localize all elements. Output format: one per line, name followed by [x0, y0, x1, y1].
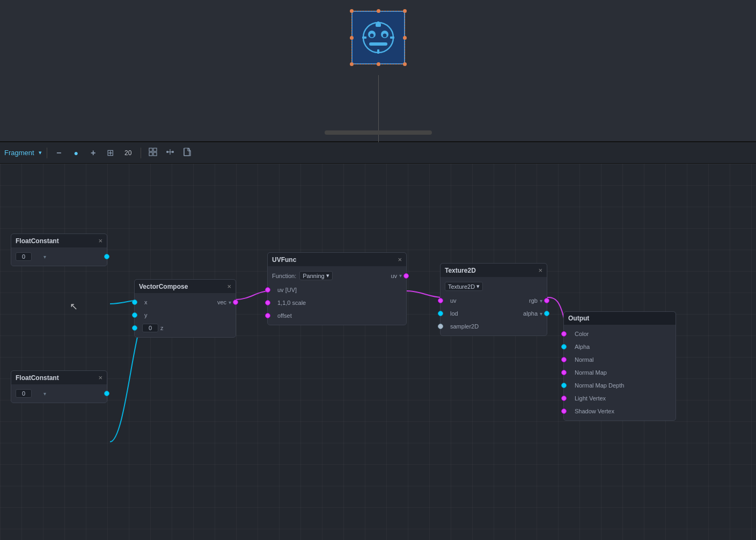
svg-point-3: [370, 34, 373, 38]
output-shadow-vertex-port[interactable]: [561, 408, 567, 414]
svg-rect-13: [149, 152, 152, 156]
svg-point-16: [172, 151, 174, 153]
zoom-in-button[interactable]: +: [86, 146, 100, 160]
vc-output-group: vec ▾: [217, 299, 231, 305]
float-constant-2-close[interactable]: ×: [98, 374, 102, 382]
vector-compose-close[interactable]: ×: [227, 282, 231, 290]
shader-toolbar: Fragment ▾ − ● + ⊞ 20: [0, 142, 756, 164]
info-button[interactable]: ●: [69, 146, 83, 160]
connection-button[interactable]: [163, 146, 177, 160]
zoom-out-button[interactable]: −: [52, 146, 66, 160]
texture2d-lod-label: lod: [445, 310, 458, 317]
uvfunc-offset-row: offset: [268, 310, 406, 322]
float-constant-2-header[interactable]: FloatConstant ×: [11, 371, 107, 384]
output-color-port[interactable]: [561, 331, 567, 337]
texture2d-sampler-row: sampler2D: [441, 320, 547, 332]
texture2d-uv-input-port[interactable]: [438, 298, 443, 303]
uvfunc-offset-input-port[interactable]: [265, 313, 270, 318]
fc1-output-port[interactable]: [104, 254, 109, 259]
fc2-dropdown-icon[interactable]: ▾: [43, 391, 46, 397]
uvfunc-output-port[interactable]: [403, 273, 409, 279]
t2d-rgb-dropdown[interactable]: ▾: [540, 298, 542, 304]
uvfunc-output-dropdown[interactable]: ▾: [399, 273, 402, 279]
shader-type-label: Fragment: [4, 149, 34, 157]
float-constant-1-value[interactable]: 0: [16, 252, 32, 261]
output-normal-map-depth-port[interactable]: [561, 383, 567, 388]
texture2d-lod-input-port[interactable]: [438, 311, 443, 316]
output-node: Output Color Alpha Normal Normal Map: [563, 311, 676, 421]
float-constant-1-close[interactable]: ×: [98, 237, 102, 245]
output-title: Output: [568, 315, 589, 322]
texture2d-body: Texture2D ▾ uv rgb ▾ lod alpha: [441, 277, 547, 335]
uvfunc-scale-row: 1,1,0 scale: [268, 297, 406, 309]
godot-logo-svg: [359, 19, 397, 56]
float-constant-1-header[interactable]: FloatConstant ×: [11, 234, 107, 247]
handle-br[interactable]: [403, 62, 407, 66]
svg-rect-10: [390, 37, 394, 39]
uvfunc-uv-input-port[interactable]: [265, 287, 270, 293]
handle-tl[interactable]: [350, 9, 354, 13]
godot-icon-container[interactable]: [351, 11, 405, 64]
texture2d-sampler-label: sampler2D: [445, 323, 479, 330]
vector-compose-body: x vec ▾ y 0 z: [135, 293, 236, 337]
t2d-alpha-dropdown[interactable]: ▾: [540, 311, 542, 317]
save-button[interactable]: [180, 146, 194, 160]
horizontal-scrollbar[interactable]: [325, 130, 432, 135]
texture2d-type-dropdown[interactable]: Texture2D ▾: [445, 282, 483, 291]
vc-y-input-port[interactable]: [132, 312, 137, 318]
output-alpha-port[interactable]: [561, 344, 567, 349]
output-header[interactable]: Output: [564, 312, 676, 325]
texture2d-node: Texture2D × Texture2D ▾ uv rgb ▾: [440, 263, 547, 336]
texture2d-close[interactable]: ×: [538, 266, 542, 274]
vc-x-input-port[interactable]: [132, 300, 137, 305]
texture2d-sampler-input-port[interactable]: [438, 324, 443, 329]
uvfunc-function-row: Function: Panning ▾ uv ▾: [268, 269, 406, 282]
float-constant-1-body: 0 ▾: [11, 247, 107, 266]
texture2d-header[interactable]: Texture2D ×: [441, 264, 547, 277]
uvfunc-header[interactable]: UVFunc ×: [268, 253, 406, 266]
handle-tr[interactable]: [403, 9, 407, 13]
vc-z-input-port[interactable]: [132, 325, 137, 331]
vc-z-value[interactable]: 0: [142, 324, 158, 332]
plus-icon: +: [91, 148, 96, 158]
vc-output-port[interactable]: [233, 300, 238, 305]
uvfunc-title: UVFunc: [272, 256, 296, 264]
float-constant-2-row: 0 ▾: [11, 388, 107, 399]
handle-ml[interactable]: [350, 36, 354, 40]
handle-mr[interactable]: [403, 36, 407, 40]
grid-button[interactable]: [146, 146, 160, 160]
output-light-vertex-port[interactable]: [561, 396, 567, 401]
arrange-button[interactable]: ⊞: [104, 146, 118, 160]
svg-rect-8: [377, 49, 379, 54]
fc2-output-port[interactable]: [104, 391, 109, 396]
handle-bm[interactable]: [377, 62, 380, 66]
vc-x-row: x vec ▾: [135, 296, 236, 308]
output-alpha-row: Alpha: [564, 341, 676, 353]
texture2d-rgb-output-port[interactable]: [544, 298, 549, 303]
vc-dropdown-icon[interactable]: ▾: [229, 300, 231, 305]
float-constant-2-value[interactable]: 0: [16, 389, 32, 398]
output-alpha-label: Alpha: [568, 344, 590, 350]
uvfunc-scale-input-port[interactable]: [265, 300, 270, 305]
svg-point-4: [383, 34, 386, 38]
float-constant-2-title: FloatConstant: [16, 374, 59, 382]
arrange-icon: ⊞: [107, 148, 114, 158]
output-normal-port[interactable]: [561, 357, 567, 362]
fc1-dropdown-icon[interactable]: ▾: [43, 254, 46, 260]
float-constant-2-body: 0 ▾: [11, 384, 107, 403]
svg-rect-12: [153, 148, 157, 151]
uvfunc-uv-label: uv [UV]: [272, 287, 297, 293]
handle-tm[interactable]: [377, 9, 380, 13]
texture2d-alpha-output-port[interactable]: [544, 311, 549, 316]
shader-type-dropdown-arrow[interactable]: ▾: [39, 149, 42, 156]
output-color-label: Color: [568, 331, 589, 337]
uvfunc-scale-label: 1,1,0 scale: [272, 300, 306, 306]
node-editor-canvas[interactable]: FloatConstant × 0 ▾ FloatConstant × 0 ▾: [0, 164, 756, 540]
vector-compose-header[interactable]: VectorCompose ×: [135, 280, 236, 293]
svg-rect-11: [149, 148, 152, 151]
output-light-vertex-label: Light Vertex: [568, 395, 606, 402]
output-normal-map-port[interactable]: [561, 370, 567, 375]
uvfunc-close[interactable]: ×: [398, 256, 402, 264]
handle-bl[interactable]: [350, 62, 354, 66]
uvfunc-function-dropdown[interactable]: Panning ▾: [299, 271, 332, 280]
